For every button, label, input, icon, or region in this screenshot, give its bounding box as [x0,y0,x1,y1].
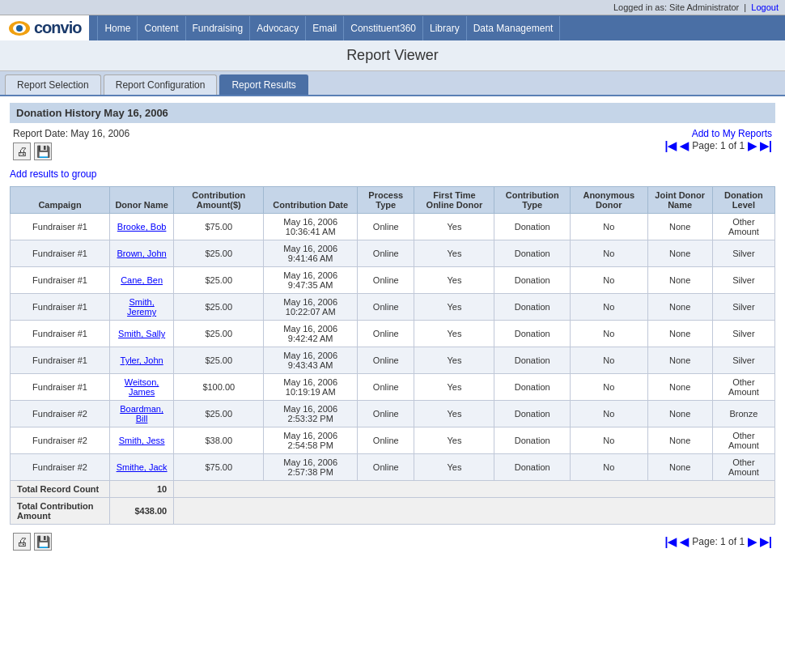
table-cell: None [647,294,712,321]
prev-page-link-bottom[interactable]: ◀ [680,535,689,548]
table-cell: May 16, 2006 10:22:07 AM [264,294,358,321]
report-left: Report Date: May 16, 2006 🖨 💾 [13,128,129,164]
data-table: Campaign Donor Name Contribution Amount(… [10,186,775,525]
tab-report-selection[interactable]: Report Selection [5,74,101,95]
table-cell: Donation [494,240,571,267]
table-cell: May 16, 2006 10:19:19 AM [264,374,358,401]
table-cell: No [570,347,647,374]
table-cell: May 16, 2006 2:57:38 PM [264,454,358,481]
table-cell[interactable]: Weitson, James [110,374,174,401]
table-cell: No [570,374,647,401]
icons-row-top: 🖨 💾 [13,142,129,160]
nav-home[interactable]: Home [97,16,138,40]
table-cell: Other Amount [712,374,774,401]
table-cell: $25.00 [174,321,264,347]
table-cell: None [647,347,712,374]
table-cell: No [570,321,647,347]
table-cell: No [570,240,647,267]
nav-email[interactable]: Email [306,16,344,40]
table-cell: Silver [712,294,774,321]
table-cell: Donation [494,321,571,347]
add-results-link[interactable]: Add results to group [10,168,96,180]
table-cell[interactable]: Boardman, Bill [110,401,174,427]
table-cell: $25.00 [174,401,264,427]
table-cell[interactable]: Smith, Jess [110,427,174,454]
table-cell: Online [358,214,414,240]
table-cell: Yes [414,374,494,401]
table-cell: $25.00 [174,294,264,321]
nav-library[interactable]: Library [423,16,467,40]
report-area: Donation History May 16, 2006 Report Dat… [0,96,785,565]
table-cell[interactable]: Tyler, John [110,347,174,374]
print-icon-top[interactable]: 🖨 [13,142,31,160]
prev-page-link[interactable]: ◀ [680,139,689,152]
table-cell: Yes [414,214,494,240]
table-cell: Fundraiser #1 [11,374,110,401]
table-cell: Fundraiser #2 [11,401,110,427]
table-cell: $25.00 [174,267,264,294]
col-process-type: Process Type [358,187,414,214]
table-cell: Fundraiser #1 [11,214,110,240]
table-cell: May 16, 2006 9:42:42 AM [264,321,358,347]
total-contribution-value: $438.00 [110,498,174,525]
nav-constituent360[interactable]: Constituent360 [344,16,423,40]
table-cell[interactable]: Smithe, Jack [110,454,174,481]
table-cell: Fundraiser #1 [11,240,110,267]
report-meta: Report Date: May 16, 2006 🖨 💾 Add to My … [10,128,775,164]
table-cell: Donation [494,214,571,240]
tab-report-results[interactable]: Report Results [219,74,308,95]
next-page-link-bottom[interactable]: ▶ [748,535,757,548]
table-cell: Silver [712,267,774,294]
col-anonymous: Anonymous Donor [570,187,647,214]
first-page-link[interactable]: |◀ [664,139,677,152]
table-cell[interactable]: Smith, Sally [110,321,174,347]
table-cell: $75.00 [174,454,264,481]
total-record-row: Total Record Count 10 [11,481,775,498]
table-cell: No [570,267,647,294]
report-actions: Add to My Reports |◀ ◀ Page: 1 of 1 ▶ ▶| [664,128,772,152]
table-cell[interactable]: Cane, Ben [110,267,174,294]
table-cell: No [570,401,647,427]
bottom-bar: 🖨 💾 |◀ ◀ Page: 1 of 1 ▶ ▶| [10,525,775,559]
tab-report-configuration[interactable]: Report Configuration [104,74,218,95]
table-cell[interactable]: Smith, Jeremy [110,294,174,321]
logout-link[interactable]: Logout [751,2,779,12]
table-cell: Donation [494,454,571,481]
svg-point-2 [16,25,23,32]
total-record-value: 10 [110,481,174,498]
table-cell: Bronze [712,401,774,427]
nav-advocacy[interactable]: Advocacy [250,16,306,40]
table-cell: Fundraiser #2 [11,427,110,454]
table-cell[interactable]: Brooke, Bob [110,214,174,240]
table-cell: Donation [494,267,571,294]
print-icon-bottom[interactable]: 🖨 [13,533,31,551]
table-cell: Yes [414,240,494,267]
table-cell: Donation [494,374,571,401]
table-cell: Silver [712,347,774,374]
add-group: Add results to group [10,168,775,180]
add-to-reports-link[interactable]: Add to My Reports [692,128,772,139]
first-page-link-bottom[interactable]: |◀ [664,535,677,548]
report-header-title: Donation History May 16, 2006 [10,103,775,123]
table-cell: May 16, 2006 9:41:46 AM [264,240,358,267]
next-page-link[interactable]: ▶ [748,139,757,152]
table-cell: May 16, 2006 2:53:32 PM [264,401,358,427]
last-page-link[interactable]: ▶| [760,139,772,152]
table-cell: May 16, 2006 2:54:58 PM [264,427,358,454]
nav-fundraising[interactable]: Fundraising [186,16,251,40]
table-cell: Yes [414,294,494,321]
last-page-link-bottom[interactable]: ▶| [760,535,772,548]
table-row: Fundraiser #1Brown, John$25.00May 16, 20… [11,240,775,267]
save-icon-bottom[interactable]: 💾 [34,533,52,551]
nav-content[interactable]: Content [138,16,185,40]
total-contribution-row: Total Contribution Amount $438.00 [11,498,775,525]
save-icon-top[interactable]: 💾 [34,142,52,160]
table-cell: Fundraiser #1 [11,267,110,294]
table-cell: May 16, 2006 9:43:43 AM [264,347,358,374]
table-cell: Donation [494,347,571,374]
table-row: Fundraiser #1Weitson, James$100.00May 16… [11,374,775,401]
table-cell: May 16, 2006 10:36:41 AM [264,214,358,240]
table-cell[interactable]: Brown, John [110,240,174,267]
nav-data-management[interactable]: Data Management [467,16,561,40]
table-cell: None [647,427,712,454]
